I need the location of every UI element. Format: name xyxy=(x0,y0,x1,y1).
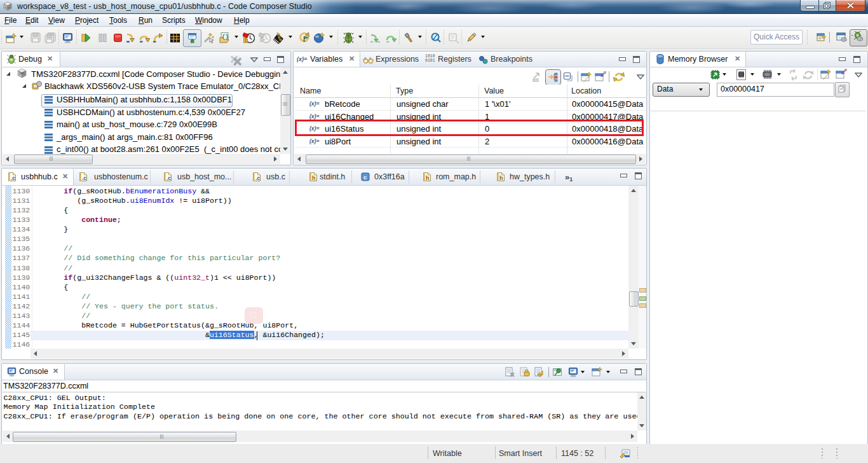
svg-text:y: y xyxy=(369,55,372,60)
svg-text:.c: .c xyxy=(255,175,260,181)
svg-text:x: x xyxy=(363,55,367,60)
svg-text:c: c xyxy=(363,174,367,181)
svg-text:h: h xyxy=(312,175,316,181)
svg-text:h: h xyxy=(426,175,430,181)
svg-text:.c: .c xyxy=(11,175,15,181)
svg-text:.c: .c xyxy=(82,175,86,181)
svg-text:h: h xyxy=(499,175,503,181)
svg-text:.c: .c xyxy=(166,175,171,181)
